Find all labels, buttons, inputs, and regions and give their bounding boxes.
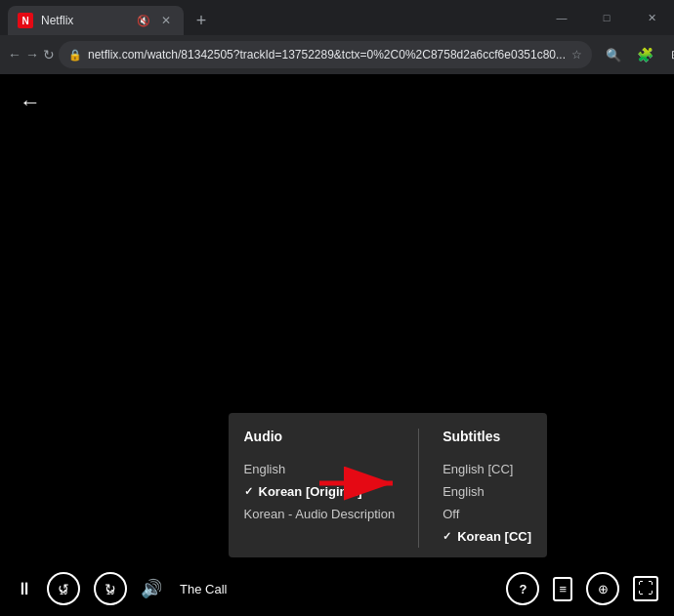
address-bar[interactable]: 🔒 netflix.com/watch/81342505?trackId=137… [59,41,592,68]
subtitle-korean-cc-label: Korean [CC] [457,529,531,544]
volume-button[interactable]: 🔊 [141,578,162,599]
speed-icon: ⊕ [598,582,609,596]
subtitle-korean-check: ✓ [442,530,451,543]
controls-right: ? ≡ ⊕ ⛶ [506,572,658,605]
audio-korean-check: ✓ [244,485,253,498]
reload-button[interactable]: ↻ [43,41,55,68]
help-icon: ? [519,582,527,596]
maximize-button[interactable]: □ [584,0,629,35]
close-button[interactable]: ✕ [629,0,674,35]
extensions-icon[interactable]: 🧩 [631,41,658,68]
netflix-player: ← Audio English [0,74,674,616]
forward-label: 10 [106,589,114,595]
audio-header: Audio [244,429,396,444]
red-arrow-annotation [315,464,412,507]
subtitles-button[interactable]: ≡ [553,577,572,601]
forward-button[interactable]: ↻ 10 [94,572,127,605]
subtitle-item-off[interactable]: Off [442,503,531,525]
extensions2-icon[interactable]: ⊞ [662,41,674,68]
tab-favicon: N [18,13,33,28]
subtitles-icon: ≡ [559,582,567,596]
tab-close-button[interactable]: ✕ [158,13,174,28]
lock-icon: 🔒 [68,49,82,62]
play-pause-icon: ⏸ [16,579,33,599]
tab-mute-icon[interactable]: 🔇 [137,15,150,27]
forward-nav-button[interactable]: → [25,41,39,68]
subtitles-column: Subtitles English [CC] English Off ✓ Kor… [427,429,547,548]
tab-title: Netflix [41,14,129,27]
back-nav-button[interactable]: ← [8,41,21,68]
new-tab-button[interactable]: + [188,7,215,34]
subtitle-item-english[interactable]: English [442,480,531,503]
bookmark-icon[interactable]: ☆ [571,48,582,62]
menu-column-divider [418,429,419,548]
subtitle-english-cc-label: English [CC] [442,462,513,476]
play-pause-button[interactable]: ⏸ [16,579,33,599]
search-icon[interactable]: 🔍 [600,41,627,68]
audio-korean-ad-label: Korean - Audio Description [244,507,396,521]
speed-button[interactable]: ⊕ [586,572,619,605]
rewind-button[interactable]: ↺ 10 [47,572,80,605]
subtitle-item-english-cc[interactable]: English [CC] [442,458,531,480]
subtitle-item-korean-cc[interactable]: ✓ Korean [CC] [442,525,531,548]
subtitle-off-label: Off [442,507,459,521]
volume-icon: 🔊 [141,578,162,599]
active-tab[interactable]: N Netflix 🔇 ✕ [8,6,184,35]
fullscreen-icon: ⛶ [638,580,653,597]
movie-title: The Call [180,582,227,596]
subtitle-english-label: English [442,484,484,499]
rewind-label: 10 [60,589,67,595]
netflix-back-button[interactable]: ← [20,90,41,115]
subtitles-header: Subtitles [442,429,531,444]
minimize-button[interactable]: — [539,0,584,35]
netflix-controls-bar: ⏸ ↺ 10 ↻ 10 🔊 The Call [0,561,674,616]
help-button[interactable]: ? [506,572,539,605]
fullscreen-button[interactable]: ⛶ [633,576,658,601]
audio-english-label: English [244,462,286,476]
url-text: netflix.com/watch/81342505?trackId=13752… [88,48,566,62]
